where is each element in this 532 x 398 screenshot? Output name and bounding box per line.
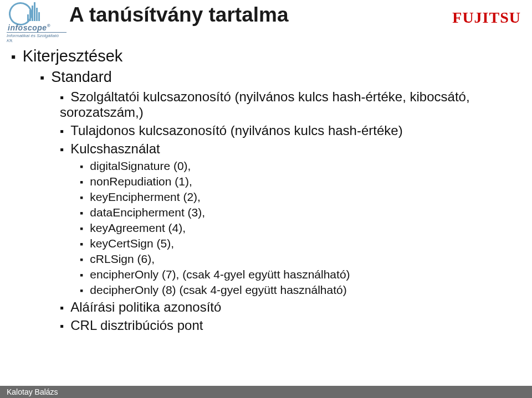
infoscope-logo: infoscope® Informatikai és Szolgáltató K…: [4, 1, 61, 34]
slide-footer: Kalotay Balázs: [0, 386, 532, 398]
bullet-l4: keyCertSign (5),: [80, 237, 521, 250]
slide-header: infoscope® Informatikai és Szolgáltató K…: [0, 0, 532, 39]
bullet-l4: cRLSign (6),: [80, 252, 521, 266]
bullet-l4: encipherOnly (7), (csak 4-gyel együtt ha…: [80, 268, 521, 281]
slide-content: Kiterjesztések Standard Szolgáltatói kul…: [11, 47, 521, 337]
bullet-l2: Standard Szolgáltatói kulcsazonosító (ny…: [40, 69, 521, 333]
bullet-l4: decipherOnly (8) (csak 4-gyel együtt has…: [80, 283, 521, 297]
fujitsu-logo: FUJITSU: [452, 9, 521, 27]
bullet-l1: Kiterjesztések Standard Szolgáltatói kul…: [11, 47, 521, 333]
bullet-l3: Tulajdonos kulcsazonosító (nyilvános kul…: [60, 123, 521, 138]
infoscope-brand: infoscope: [8, 23, 47, 32]
bullet-l3: Kulcshasználat digitalSignature (0), non…: [60, 141, 521, 297]
bullet-l4: keyEncipherment (2),: [80, 190, 521, 204]
bullet-l3: CRL disztribúciós pont: [60, 318, 521, 333]
bullet-l3: Szolgáltatói kulcsazonosító (nyilvános k…: [60, 89, 521, 120]
bullet-l4: dataEncipherment (3),: [80, 206, 521, 219]
bullet-l3: Aláírási politika azonosító: [60, 299, 521, 315]
footer-author: Kalotay Balázs: [0, 387, 58, 396]
bullet-l4: digitalSignature (0),: [80, 159, 521, 173]
bullet-l4: nonRepudiation (1),: [80, 175, 521, 188]
infoscope-tagline: Informatikai és Szolgáltató Kft.: [7, 32, 66, 43]
bullet-l4: keyAgreement (4),: [80, 221, 521, 235]
slide-title: A tanúsítvány tartalma: [69, 3, 288, 27]
reg-mark: ®: [47, 23, 50, 28]
